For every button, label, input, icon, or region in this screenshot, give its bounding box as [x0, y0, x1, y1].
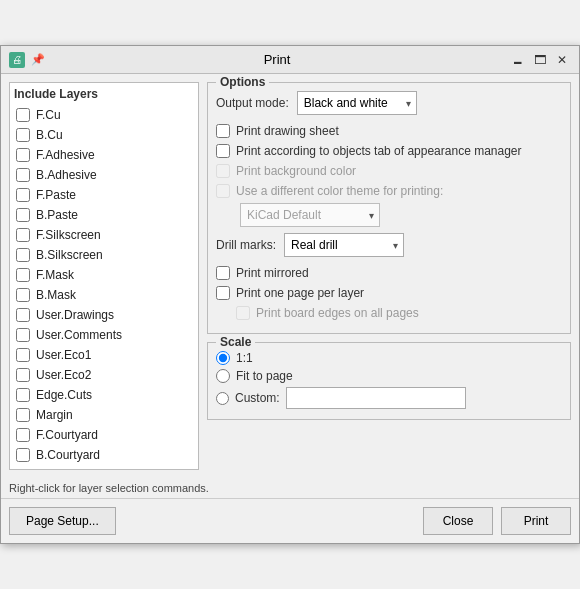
print-mirrored-label: Print mirrored [236, 266, 309, 280]
layer-item: B.Adhesive [14, 165, 194, 185]
print-mirrored-checkbox[interactable] [216, 266, 230, 280]
restore-button[interactable]: 🗖 [531, 51, 549, 69]
layer-label: F.Silkscreen [36, 228, 101, 242]
print-mirrored-row: Print mirrored [216, 265, 562, 281]
layer-item: B.Paste [14, 205, 194, 225]
use-color-theme-checkbox[interactable] [216, 184, 230, 198]
print-drawing-sheet-row: Print drawing sheet [216, 123, 562, 139]
layer-label: B.Mask [36, 288, 76, 302]
print-according-checkbox[interactable] [216, 144, 230, 158]
layer-label: F.Cu [36, 108, 61, 122]
layer-checkbox-f-paste[interactable] [16, 188, 30, 202]
layer-item: Margin [14, 405, 194, 425]
layer-checkbox-b-mask[interactable] [16, 288, 30, 302]
print-one-page-checkbox[interactable] [216, 286, 230, 300]
layer-item: User.Drawings [14, 305, 194, 325]
layer-item: B.Cu [14, 125, 194, 145]
drill-marks-label: Drill marks: [216, 238, 276, 252]
options-legend: Options [216, 75, 269, 89]
print-board-edges-checkbox[interactable] [236, 306, 250, 320]
layer-label: B.Adhesive [36, 168, 97, 182]
layer-label: B.Cu [36, 128, 63, 142]
close-dialog-button[interactable]: Close [423, 507, 493, 535]
scale-custom-row: Custom: [216, 387, 562, 409]
print-background-label: Print background color [236, 164, 356, 178]
layer-checkbox-f-courtyard[interactable] [16, 428, 30, 442]
layer-item: F.Cu [14, 105, 194, 125]
drill-marks-select[interactable]: Real drillSmall markNo drill [284, 233, 404, 257]
layer-checkbox-b-paste[interactable] [16, 208, 30, 222]
color-theme-select[interactable]: KiCad Default [240, 203, 380, 227]
layer-checkbox-margin[interactable] [16, 408, 30, 422]
layers-list: F.CuB.CuF.AdhesiveB.AdhesiveF.PasteB.Pas… [14, 105, 194, 465]
layers-header: Include Layers [14, 87, 194, 101]
page-setup-button[interactable]: Page Setup... [9, 507, 116, 535]
output-mode-select-wrapper: Black and whiteColor ▾ [297, 91, 417, 115]
print-one-page-row: Print one page per layer [216, 285, 562, 301]
titlebar-center: Print [45, 52, 509, 67]
use-color-theme-label: Use a different color theme for printing… [236, 184, 443, 198]
footer-right-buttons: Close Print [423, 507, 571, 535]
layer-item: F.Silkscreen [14, 225, 194, 245]
output-mode-label: Output mode: [216, 96, 289, 110]
layer-label: F.Adhesive [36, 148, 95, 162]
minimize-button[interactable]: 🗕 [509, 51, 527, 69]
layer-item: B.Silkscreen [14, 245, 194, 265]
print-drawing-sheet-label: Print drawing sheet [236, 124, 339, 138]
custom-scale-input[interactable] [286, 387, 466, 409]
layer-checkbox-user-drawings[interactable] [16, 308, 30, 322]
window-title: Print [264, 52, 291, 67]
layer-item: F.Paste [14, 185, 194, 205]
right-panel: Options Output mode: Black and whiteColo… [207, 82, 571, 470]
layer-checkbox-b-cu[interactable] [16, 128, 30, 142]
layer-item: F.Adhesive [14, 145, 194, 165]
drill-marks-row: Drill marks: Real drillSmall markNo dril… [216, 233, 562, 257]
layer-checkbox-b-silkscreen[interactable] [16, 248, 30, 262]
titlebar: 🖨 📌 Print 🗕 🗖 ✕ [1, 46, 579, 74]
layer-label: User.Eco2 [36, 368, 91, 382]
titlebar-controls: 🗕 🗖 ✕ [509, 51, 571, 69]
layer-item: User.Comments [14, 325, 194, 345]
layer-checkbox-f-cu[interactable] [16, 108, 30, 122]
layer-checkbox-b-courtyard[interactable] [16, 448, 30, 462]
layer-label: B.Silkscreen [36, 248, 103, 262]
print-button[interactable]: Print [501, 507, 571, 535]
layer-item: F.Mask [14, 265, 194, 285]
layer-label: Margin [36, 408, 73, 422]
print-one-page-label: Print one page per layer [236, 286, 364, 300]
layer-checkbox-f-silkscreen[interactable] [16, 228, 30, 242]
close-button[interactable]: ✕ [553, 51, 571, 69]
scale-custom-radio[interactable] [216, 392, 229, 405]
layer-checkbox-edge-cuts[interactable] [16, 388, 30, 402]
scale-fit-radio[interactable] [216, 369, 230, 383]
output-mode-select[interactable]: Black and whiteColor [297, 91, 417, 115]
scale-1-1-radio[interactable] [216, 351, 230, 365]
scale-legend: Scale [216, 335, 255, 349]
layer-checkbox-user-eco1[interactable] [16, 348, 30, 362]
print-drawing-sheet-checkbox[interactable] [216, 124, 230, 138]
layer-label: F.Mask [36, 268, 74, 282]
color-theme-indent-row: KiCad Default ▾ [240, 203, 562, 227]
layer-item: B.Courtyard [14, 445, 194, 465]
output-mode-row: Output mode: Black and whiteColor ▾ [216, 91, 562, 115]
layer-label: B.Courtyard [36, 448, 100, 462]
layer-checkbox-user-eco2[interactable] [16, 368, 30, 382]
layer-checkbox-f-mask[interactable] [16, 268, 30, 282]
layer-item: User.Eco2 [14, 365, 194, 385]
layer-checkbox-user-comments[interactable] [16, 328, 30, 342]
app-icon: 🖨 [9, 52, 25, 68]
scale-fit-row: Fit to page [216, 369, 562, 383]
scale-fit-label: Fit to page [236, 369, 293, 383]
layer-item: Edge.Cuts [14, 385, 194, 405]
scale-1-1-row: 1:1 [216, 351, 562, 365]
print-board-edges-label: Print board edges on all pages [256, 306, 419, 320]
layer-checkbox-f-adhesive[interactable] [16, 148, 30, 162]
main-content: Include Layers F.CuB.CuF.AdhesiveB.Adhes… [1, 74, 579, 478]
layer-checkbox-b-adhesive[interactable] [16, 168, 30, 182]
footer-hint: Right-click for layer selection commands… [1, 478, 579, 498]
options-group: Options Output mode: Black and whiteColo… [207, 82, 571, 334]
print-background-checkbox[interactable] [216, 164, 230, 178]
use-color-theme-row: Use a different color theme for printing… [216, 183, 562, 199]
layer-label: F.Courtyard [36, 428, 98, 442]
titlebar-left: 🖨 📌 [9, 52, 45, 68]
